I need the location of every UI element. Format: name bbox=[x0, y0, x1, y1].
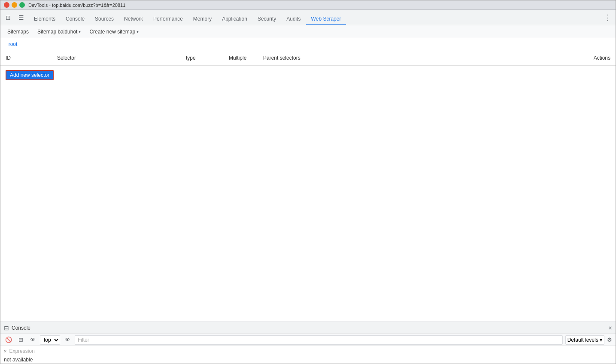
more-tabs-button[interactable]: ⋮ bbox=[602, 12, 614, 24]
breadcrumb-bar: _root bbox=[0, 38, 616, 50]
context-selector[interactable]: top bbox=[40, 335, 60, 345]
filter-console-button[interactable]: ⊟ bbox=[16, 335, 25, 345]
maximize-window-button[interactable] bbox=[19, 2, 25, 8]
tab-elements[interactable]: Elements bbox=[29, 13, 61, 25]
devtools-tab-bar: ⊡ ☰ Elements Console Sources Network Per… bbox=[0, 10, 616, 25]
column-header-selector: Selector bbox=[57, 55, 186, 61]
eye-icon: 👁 bbox=[30, 337, 36, 343]
title-bar: DevTools - top.baidu.com/buzz?b=1&fr=208… bbox=[0, 0, 616, 10]
minimize-window-button[interactable] bbox=[12, 2, 17, 8]
sitemap-dropdown-button[interactable]: Sitemap baiduhot ▾ bbox=[34, 28, 84, 36]
device-toggle-button[interactable]: ☰ bbox=[15, 12, 27, 24]
column-header-type: type bbox=[186, 55, 229, 61]
console-bar: ⊟ Console × bbox=[0, 322, 616, 334]
console-tab-label: Console bbox=[12, 325, 30, 331]
column-header-actions: Actions bbox=[559, 55, 610, 61]
tab-webscraper[interactable]: Web Scraper bbox=[306, 13, 346, 25]
tab-memory[interactable]: Memory bbox=[188, 13, 217, 25]
clear-icon: 🚫 bbox=[5, 337, 12, 343]
eye-filter-button[interactable]: 👁 bbox=[63, 335, 72, 345]
window-controls[interactable] bbox=[4, 2, 25, 8]
console-close-button[interactable]: × bbox=[609, 325, 612, 331]
close-window-button[interactable] bbox=[4, 2, 9, 8]
tab-console[interactable]: Console bbox=[61, 13, 90, 25]
console-output: not available bbox=[0, 356, 616, 364]
add-new-selector-button[interactable]: Add new selector bbox=[6, 70, 54, 80]
tab-network[interactable]: Network bbox=[119, 13, 148, 25]
console-filter-input[interactable] bbox=[75, 335, 563, 345]
inspect-icon: ⊡ bbox=[6, 14, 11, 21]
create-dropdown-arrow: ▾ bbox=[137, 29, 139, 34]
console-output-text: not available bbox=[4, 357, 33, 363]
create-sitemap-button[interactable]: Create new sitemap ▾ bbox=[86, 28, 142, 36]
sitemaps-button[interactable]: Sitemaps bbox=[4, 28, 32, 36]
tab-performance[interactable]: Performance bbox=[148, 13, 188, 25]
column-header-id: ID bbox=[6, 55, 57, 61]
console-toolbar: 🚫 ⊟ 👁 top 👁 Default levels ▾ ⚙ bbox=[0, 334, 616, 346]
table-header: ID Selector type Multiple Parent selecto… bbox=[0, 50, 616, 66]
more-icon: ⋮ bbox=[604, 13, 612, 22]
content-area: Add new selector bbox=[0, 66, 616, 85]
breadcrumb-root[interactable]: _root bbox=[6, 41, 17, 47]
sitemap-dropdown-arrow: ▾ bbox=[79, 29, 81, 34]
console-input-area: × Expression bbox=[0, 346, 616, 356]
window-title: DevTools - top.baidu.com/buzz?b=1&fr=208… bbox=[28, 3, 612, 8]
eye-filter-icon: 👁 bbox=[65, 337, 70, 343]
default-levels-dropdown[interactable]: Default levels ▾ bbox=[565, 335, 604, 345]
console-tab-icon: ⊟ bbox=[4, 325, 9, 331]
inspect-element-button[interactable]: ⊡ bbox=[2, 12, 14, 24]
main-area: _root ID Selector type Multiple Parent s… bbox=[0, 38, 616, 322]
column-header-multiple: Multiple bbox=[229, 55, 263, 61]
tab-audits[interactable]: Audits bbox=[281, 13, 306, 25]
scraper-toolbar: Sitemaps Sitemap baiduhot ▾ Create new s… bbox=[0, 25, 616, 38]
column-header-parent-selectors: Parent selectors bbox=[263, 55, 559, 61]
tab-security[interactable]: Security bbox=[252, 13, 281, 25]
tab-sources[interactable]: Sources bbox=[90, 13, 119, 25]
table-body: Add new selector bbox=[0, 66, 616, 322]
devtools-icon-group: ⊡ ☰ bbox=[2, 12, 27, 24]
tab-application[interactable]: Application bbox=[217, 13, 252, 25]
main-tabs: Elements Console Sources Network Perform… bbox=[29, 10, 602, 25]
console-settings-icon[interactable]: ⚙ bbox=[607, 337, 612, 343]
expression-clear-icon[interactable]: × bbox=[4, 349, 6, 354]
filter-icon: ⊟ bbox=[18, 337, 23, 343]
device-icon: ☰ bbox=[18, 14, 24, 21]
eye-toggle-button[interactable]: 👁 bbox=[28, 335, 37, 345]
clear-console-button[interactable]: 🚫 bbox=[4, 335, 13, 345]
